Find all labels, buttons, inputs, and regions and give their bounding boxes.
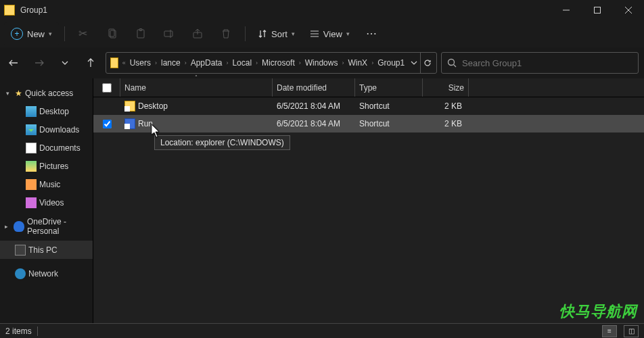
chevron-right-icon: ›	[254, 59, 259, 66]
file-size: 2 KB	[444, 101, 462, 111]
quick-access-label: Quick access	[25, 89, 73, 98]
paste-icon	[135, 28, 146, 39]
tooltip-text: Location: explorer (C:\WINDOWS)	[160, 138, 284, 147]
column-header-modified[interactable]: Date modified	[273, 78, 355, 97]
paste-button	[127, 22, 154, 45]
videos-icon	[26, 197, 37, 208]
thumbnails-view-button[interactable]: ◫	[624, 325, 639, 337]
sidebar-item-label: This PC	[28, 245, 58, 255]
chevron-right-icon[interactable]: ▸	[3, 223, 11, 230]
file-name: Run	[138, 119, 153, 128]
rename-button	[156, 22, 183, 45]
sidebar-network[interactable]: Network	[0, 264, 93, 283]
chevron-down-icon: ▾	[346, 30, 350, 37]
column-header-type[interactable]: Type	[355, 78, 423, 97]
svg-point-14	[448, 59, 455, 66]
breadcrumb-crumb[interactable]: Users	[127, 58, 154, 68]
chevron-down-icon[interactable]: ▾	[3, 90, 12, 97]
maximize-button[interactable]	[582, 0, 613, 20]
up-button[interactable]	[80, 52, 101, 74]
breadcrumb-crumb[interactable]: lance	[158, 58, 183, 68]
breadcrumb-crumb[interactable]: WinX	[345, 58, 370, 68]
address-bar[interactable]: « Users › lance › AppData › Local › Micr…	[106, 52, 437, 74]
star-icon: ★	[15, 89, 22, 98]
file-row[interactable]: Run 6/5/2021 8:04 AM Shortcut 2 KB	[93, 115, 644, 132]
close-button[interactable]	[613, 0, 644, 20]
view-icon	[310, 29, 319, 39]
pictures-icon	[26, 161, 37, 172]
minimize-button[interactable]	[551, 0, 582, 20]
sidebar-quick-access[interactable]: ▾ ★ Quick access	[0, 84, 93, 102]
breadcrumb-crumb[interactable]: AppData	[188, 58, 225, 68]
trash-icon	[221, 28, 231, 39]
file-row[interactable]: Desktop 6/5/2021 8:04 AM Shortcut 2 KB	[93, 97, 644, 115]
sidebar-item-label: Network	[28, 269, 58, 279]
sidebar-item-desktop[interactable]: Desktop	[0, 102, 93, 120]
forward-button	[28, 52, 50, 74]
breadcrumb-crumb[interactable]: Group1	[375, 58, 407, 68]
title-bar: Group1	[0, 0, 644, 20]
sidebar-item-music[interactable]: Music	[0, 175, 93, 193]
sort-button[interactable]: Sort ▾	[251, 22, 302, 45]
breadcrumb-crumb[interactable]: Local	[229, 58, 254, 68]
address-history-button[interactable]	[407, 53, 420, 73]
share-button	[184, 22, 211, 45]
command-bar: + New ▾ ✂ Sort ▾ View ▾ ⋯	[0, 20, 644, 47]
search-input[interactable]	[462, 58, 632, 68]
file-name: Desktop	[138, 101, 168, 111]
chevron-down-icon: ▾	[49, 30, 52, 37]
window-title: Group1	[20, 5, 47, 15]
details-view-button[interactable]: ≡	[602, 325, 617, 337]
sidebar-item-downloads[interactable]: Downloads	[0, 120, 93, 139]
sidebar-item-label: Downloads	[39, 125, 79, 135]
more-button[interactable]: ⋯	[358, 22, 385, 45]
downloads-icon	[26, 124, 37, 135]
sidebar-item-label: Videos	[39, 198, 64, 208]
network-icon	[15, 268, 26, 279]
chevron-down-icon: ▾	[292, 30, 295, 37]
sidebar-item-documents[interactable]: Documents	[0, 139, 93, 157]
delete-button	[212, 22, 239, 45]
navigation-pane: ▾ ★ Quick access Desktop Downloads Docum…	[0, 78, 93, 326]
plus-circle-icon: +	[11, 28, 23, 40]
copy-icon	[107, 28, 118, 39]
sidebar-this-pc[interactable]: This PC	[0, 241, 93, 259]
cloud-icon	[14, 221, 24, 232]
file-size: 2 KB	[444, 119, 462, 128]
sidebar-onedrive[interactable]: ▸ OneDrive - Personal	[0, 217, 93, 235]
sidebar-item-label: Desktop	[39, 107, 69, 116]
svg-line-15	[454, 65, 457, 68]
breadcrumb-separator: «	[121, 59, 127, 66]
select-all-checkbox[interactable]	[93, 78, 120, 97]
refresh-button[interactable]	[420, 53, 434, 73]
column-label: Name	[124, 83, 146, 93]
row-checkbox[interactable]	[93, 115, 120, 132]
breadcrumb-crumb[interactable]: Microsoft	[259, 58, 298, 68]
more-icon: ⋯	[366, 28, 377, 39]
shortcut-icon	[124, 101, 135, 112]
search-box[interactable]	[441, 52, 639, 74]
sidebar-item-pictures[interactable]: Pictures	[0, 157, 93, 175]
shortcut-icon	[124, 118, 135, 129]
row-checkbox[interactable]	[93, 97, 120, 115]
recent-locations-button[interactable]	[54, 52, 76, 74]
column-header-size[interactable]: Size	[423, 78, 469, 97]
file-modified: 6/5/2021 8:04 AM	[277, 119, 340, 128]
breadcrumb-crumb[interactable]: Windows	[302, 58, 341, 68]
view-button[interactable]: View ▾	[303, 22, 356, 45]
cut-button: ✂	[70, 22, 97, 45]
sort-icon	[258, 29, 267, 39]
desktop-icon	[26, 106, 37, 117]
chevron-right-icon: ›	[340, 59, 345, 66]
sort-indicator-icon: ˄	[195, 74, 198, 80]
view-label: View	[323, 29, 342, 39]
navigation-row: « Users › lance › AppData › Local › Micr…	[0, 47, 644, 78]
chevron-right-icon: ›	[225, 59, 229, 66]
sidebar-item-videos[interactable]: Videos	[0, 193, 93, 212]
new-label: New	[27, 29, 45, 39]
new-button[interactable]: + New ▾	[4, 22, 59, 45]
back-button[interactable]	[3, 52, 24, 74]
column-header-name[interactable]: ˄ Name	[120, 78, 273, 97]
file-list-pane: ˄ Name Date modified Type Size Desktop 6…	[93, 78, 644, 326]
rename-icon	[164, 28, 175, 39]
